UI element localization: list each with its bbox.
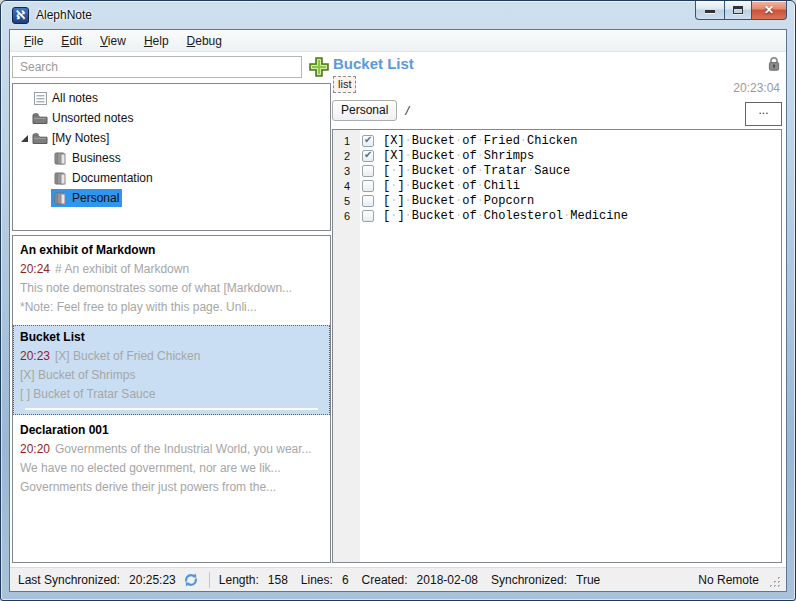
editor-line[interactable]: 6 [·]·Bucket·of·Cholesterol·Medicine [333,208,781,223]
status-field-label: Created: [362,573,408,587]
tree-item-label: Personal [72,191,119,205]
list-item[interactable]: Declaration 001 20:20Governments of the … [13,418,330,502]
line-text[interactable]: [X]·Bucket·of·Shrimps [383,149,534,163]
checkbox[interactable] [362,165,374,177]
maximize-button[interactable] [724,1,752,20]
note-preview-line: 20:23[X] Bucket of Fried Chicken [20,347,324,366]
minimize-button[interactable] [695,1,725,20]
path-segment-chip[interactable]: Personal [332,100,397,121]
checkbox[interactable] [362,135,374,147]
tree-item-label: Documentation [72,171,153,185]
tag-chip[interactable]: list [333,76,356,93]
list-item[interactable]: Bucket List 20:23[X] Bucket of Fried Chi… [13,325,330,415]
note-separator [25,408,318,410]
line-text[interactable]: [·]·Bucket·of·Chili [383,179,520,193]
folder-tree: All notes Unsorted notes [My Notes] [12,83,331,231]
sidebar-item-documentation[interactable]: Documentation [13,168,330,188]
line-number: 4 [333,180,356,192]
page-title: Bucket List [333,55,414,72]
notebook-icon [52,170,68,186]
checkbox[interactable] [362,150,374,162]
sidebar-item-my-notes[interactable]: [My Notes] [13,128,330,148]
menu-item-edit[interactable]: Edit [52,31,91,51]
line-number: 5 [333,195,356,207]
close-button[interactable]: ✕ [751,1,787,20]
note-time: 20:24 [20,262,50,276]
expander-arrow [39,193,50,204]
note-preview-line: *Note: Feel free to play with this page.… [20,298,324,317]
add-note-button[interactable] [307,55,331,79]
plus-icon [307,55,331,79]
menu-bar: FileEditViewHelpDebug [10,30,786,52]
menu-item-debug[interactable]: Debug [178,31,231,51]
line-number: 6 [333,210,356,222]
title-bar[interactable]: ℵ AlephNote [1,1,795,29]
editor-line[interactable]: 2 [X]·Bucket·of·Shrimps [333,148,781,163]
last-sync-time: 20:25:23 [129,573,176,587]
path-separator: / [405,103,409,118]
editor-line[interactable]: 3 [·]·Bucket·of·Tratar·Sauce [333,163,781,178]
editor-line[interactable]: 4 [·]·Bucket·of·Chili [333,178,781,193]
last-sync-label: Last Synchronized: [18,573,120,587]
checkbox[interactable] [362,195,374,207]
editor-line[interactable]: 1 [X]·Bucket·of·Fried·Chicken [333,133,781,148]
line-text[interactable]: [·]·Bucket·of·Tratar·Sauce [383,164,570,178]
note-title: Bucket List [20,328,324,347]
status-field-value: 158 [268,573,288,587]
note-editor[interactable]: 1 [X]·Bucket·of·Fried·Chicken 2 [X]·Buck… [332,129,782,563]
more-options-button[interactable]: ... [745,102,782,126]
editor-lines: 1 [X]·Bucket·of·Fried·Chicken 2 [X]·Buck… [333,133,781,223]
note-preview: 20:24# An exhibit of MarkdownThis note d… [20,260,324,317]
tree-item-label: All notes [52,91,98,105]
lock-icon[interactable] [767,56,781,72]
tree-item-label: [My Notes] [52,131,109,145]
status-field: Length: 158 [219,573,288,587]
line-text[interactable]: [·]·Bucket·of·Cholesterol·Medicine [383,209,628,223]
menu-item-file[interactable]: File [15,31,52,51]
sync-icon[interactable] [183,572,199,588]
menu-item-view[interactable]: View [91,31,135,51]
note-preview: 20:23[X] Bucket of Fried Chicken[X] Buck… [20,347,324,404]
status-field-value: 2018-02-08 [417,573,478,587]
checkbox[interactable] [362,210,374,222]
menu-item-help[interactable]: Help [135,31,178,51]
tree-item-label: Business [72,151,121,165]
note-preview-line: We have no elected government, nor are w… [20,459,324,478]
status-fields: Length: 158 Lines: 6 Created: 2018-02-08… [219,573,614,587]
status-separator [209,572,210,588]
all-notes-icon [32,90,48,106]
list-item[interactable]: An exhibit of Markdown 20:24# An exhibit… [13,238,330,322]
line-text[interactable]: [X]·Bucket·of·Fried·Chicken [383,134,577,148]
expander-arrow [19,93,30,104]
note-preview-line: 20:24# An exhibit of Markdown [20,260,324,279]
minimize-icon [705,10,715,13]
status-field-label: Synchronized: [491,573,567,587]
sidebar-item-all-notes[interactable]: All notes [13,88,330,108]
editor-line[interactable]: 5 [·]·Bucket·of·Popcorn [333,193,781,208]
note-title: Declaration 001 [20,421,324,440]
line-text[interactable]: [·]·Bucket·of·Popcorn [383,194,534,208]
search-input[interactable] [12,56,302,78]
expander-arrow[interactable] [19,133,30,144]
note-time: 20:23 [20,349,50,363]
note-preview-line: [ ] Bucket of Tratar Sauce [20,385,324,404]
status-field: Synchronized: True [491,573,600,587]
client-area: FileEditViewHelpDebug All notes [9,29,787,592]
window-title: AlephNote [36,8,92,22]
note-time: 20:20 [20,442,50,456]
checkbox[interactable] [362,180,374,192]
resize-grip[interactable] [769,576,782,589]
status-field-label: Lines: [301,573,333,587]
folder-icon [32,110,48,126]
sidebar-item-business[interactable]: Business [13,148,330,168]
window-controls: ✕ [695,1,787,20]
sidebar-item-unsorted-notes[interactable]: Unsorted notes [13,108,330,128]
expander-arrow [19,113,30,124]
note-preview-line: [X] Bucket of Shrimps [20,366,324,385]
notebook-icon [52,150,68,166]
status-field: Created: 2018-02-08 [362,573,478,587]
tag-list: list [333,76,356,93]
line-number: 1 [333,135,356,147]
sidebar-item-personal[interactable]: Personal [13,188,330,208]
status-bar: Last Synchronized: 20:25:23 Length: 158 … [10,567,786,591]
